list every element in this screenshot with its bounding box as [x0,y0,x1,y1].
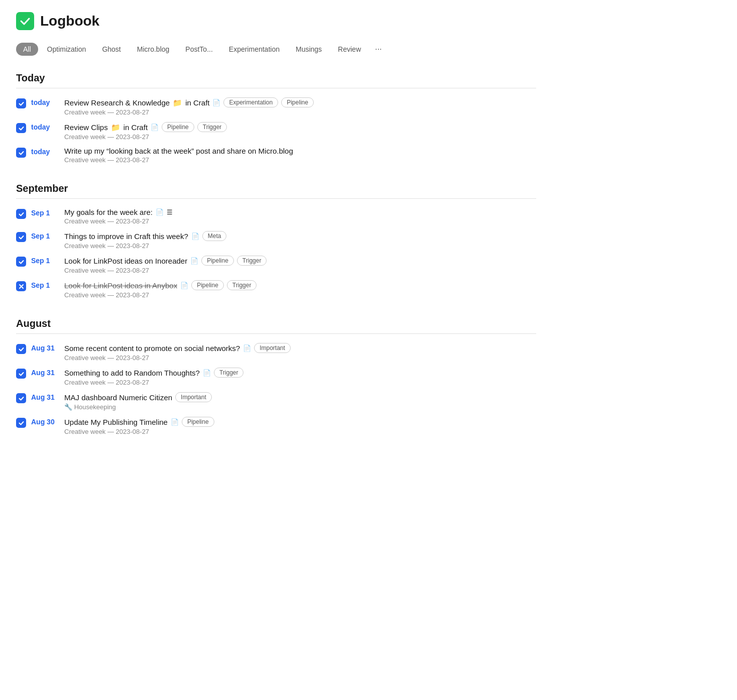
list-icon: ☰ [167,209,173,215]
housekeeping-label: Housekeeping [74,403,116,411]
filter-tab-microblog[interactable]: Micro.blog [130,43,177,56]
doc-icon: 📄 [243,345,251,352]
task-content: Look for LinkPost ideas on Inoreader 📄 P… [64,256,536,274]
tag-important: Important [175,392,212,402]
tag-trigger: Trigger [214,368,244,378]
task-subtitle: Creative week — 2023-08-27 [64,291,536,299]
task-title: Look for LinkPost ideas on Inoreader [64,257,187,265]
filter-tab-musings[interactable]: Musings [289,43,329,56]
app-title: Logbook [40,13,99,29]
task-title: MAJ dashboard Numeric Citizen [64,393,172,402]
section-title-today: Today [16,72,536,84]
svg-rect-0 [16,12,34,30]
tag-meta: Meta [202,231,227,241]
filter-tab-postto[interactable]: PostTo... [178,43,219,56]
task-content: MAJ dashboard Numeric Citizen Important … [64,392,536,411]
task-item: Aug 31 Some recent content to promote on… [16,340,536,365]
task-checkbox[interactable] [16,209,26,219]
task-item: Sep 1 Look for LinkPost ideas on Inoread… [16,253,536,277]
task-subtitle: Creative week — 2023-08-27 [64,133,536,141]
task-item: Aug 31 MAJ dashboard Numeric Citizen Imp… [16,389,536,414]
section-title-september: September [16,183,536,194]
task-item: today Review Clips 📁 in Craft 📄 Pipeline… [16,119,536,144]
doc-icon: 📄 [212,99,220,106]
section-divider-today [16,88,536,88]
task-content: Review Clips 📁 in Craft 📄 Pipeline Trigg… [64,122,536,141]
task-title-row: Review Research & Knowledge 📁 in Craft 📄… [64,97,536,107]
task-subtitle: Creative week — 2023-08-27 [64,156,536,164]
task-content: Update My Publishing Timeline 📄 Pipeline… [64,417,536,435]
doc-icon: 📄 [171,419,179,425]
task-suffix: in Craft [185,98,209,107]
task-title-row: My goals for the week are: 📄 ☰ [64,208,536,216]
task-item: today Review Research & Knowledge 📁 in C… [16,94,536,119]
filter-tab-experimentation[interactable]: Experimentation [222,43,287,56]
task-checkbox[interactable] [16,232,26,242]
task-subtitle: Creative week — 2023-08-27 [64,267,536,274]
task-checkbox[interactable] [16,281,26,291]
task-title-row: Look for LinkPost ideas on Inoreader 📄 P… [64,256,536,266]
task-date: Aug 31 [31,369,59,377]
task-suffix: in Craft [124,123,148,132]
tag-pipeline: Pipeline [182,417,214,427]
task-title: Write up my “looking back at the week” p… [64,147,293,155]
task-item: today Write up my “looking back at the w… [16,144,536,167]
app-logo [16,12,34,30]
filter-tab-ghost[interactable]: Ghost [95,43,128,56]
task-title: Review Clips [64,123,108,132]
task-checkbox[interactable] [16,148,26,158]
task-checkbox[interactable] [16,123,26,133]
task-subtitle: Creative week — 2023-08-27 [64,242,536,250]
task-checkbox[interactable] [16,98,26,108]
tag-trigger: Trigger [237,256,267,266]
task-checkbox[interactable] [16,393,26,403]
task-content: My goals for the week are: 📄 ☰ Creative … [64,208,536,225]
task-date: today [31,98,59,106]
task-subtitle: Creative week — 2023-08-27 [64,108,536,116]
task-checkbox[interactable] [16,369,26,379]
task-date: Sep 1 [31,209,59,217]
doc-icon: 📄 [151,124,159,131]
task-subtitle: Creative week — 2023-08-27 [64,379,536,386]
task-content: Some recent content to promote on social… [64,343,536,362]
task-content: Look for LinkPost ideas in Anybox 📄 Pipe… [64,280,536,299]
tag-pipeline: Pipeline [191,280,224,290]
task-title: Things to improve in Craft this week? [64,232,188,241]
task-date: Aug 30 [31,418,59,426]
task-date: today [31,148,59,156]
task-date: Aug 31 [31,393,59,401]
task-title-row: Some recent content to promote on social… [64,343,536,353]
task-checkbox[interactable] [16,418,26,428]
tag-trigger: Trigger [197,122,227,132]
doc-icon: 📄 [191,233,199,240]
task-checkbox[interactable] [16,257,26,267]
task-subtitle: Creative week — 2023-08-27 [64,217,536,225]
task-title: My goals for the week are: [64,208,153,216]
task-content: Things to improve in Craft this week? 📄 … [64,231,536,250]
task-item: Sep 1 My goals for the week are: 📄 ☰ Cre… [16,205,536,228]
task-subtitle: Creative week — 2023-08-27 [64,354,536,362]
task-date: Sep 1 [31,281,59,289]
task-title: Look for LinkPost ideas in Anybox [64,281,177,290]
section-august: August Aug 31 Some recent content to pro… [16,318,536,438]
housekeeping-icon: 🔧 [64,403,72,411]
doc-icon: 📄 [180,282,188,289]
folder-icon: 📁 [111,124,120,131]
doc-icon: 📄 [190,258,198,264]
tag-experimentation: Experimentation [223,97,278,107]
task-title: Review Research & Knowledge [64,98,170,107]
filter-tab-all[interactable]: All [16,43,38,56]
task-title-row: Look for LinkPost ideas in Anybox 📄 Pipe… [64,280,536,290]
filter-tab-review[interactable]: Review [331,43,368,56]
task-date: today [31,123,59,131]
filter-tab-optimization[interactable]: Optimization [40,43,93,56]
task-checkbox[interactable] [16,344,26,354]
more-filters-button[interactable]: ··· [370,42,387,56]
task-title-row: Review Clips 📁 in Craft 📄 Pipeline Trigg… [64,122,536,132]
app-header: Logbook [16,12,536,30]
tag-important: Important [254,343,291,353]
task-content: Something to add to Random Thoughts? 📄 T… [64,368,536,386]
task-title-row: Update My Publishing Timeline 📄 Pipeline [64,417,536,427]
task-title-row: Something to add to Random Thoughts? 📄 T… [64,368,536,378]
tag-pipeline: Pipeline [162,122,194,132]
